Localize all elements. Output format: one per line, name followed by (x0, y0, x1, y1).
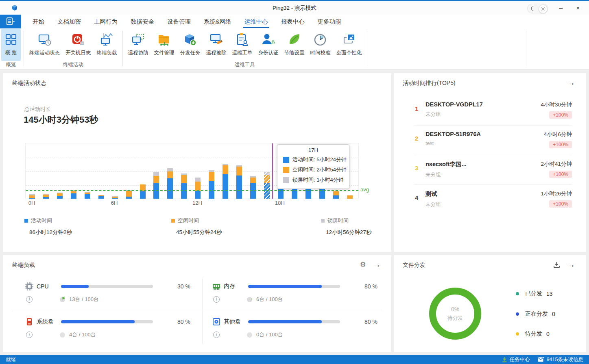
idle-time-swatch (283, 167, 289, 173)
toolbar-item-file-manage[interactable]: 文件管理 (152, 29, 177, 61)
toolbar-separator (526, 31, 526, 66)
ranking-list: 1 DESKTOP-VGDPL17 未分组 4小时30分钟 +100% 2 DE… (394, 96, 586, 214)
hover-indicator-line (272, 143, 273, 199)
total-duration-label: 总活动时长 (24, 106, 51, 113)
device-name: 测试 (425, 190, 541, 198)
minimize-button[interactable]: – (554, 1, 568, 15)
pie-mini-icon (247, 297, 253, 303)
arrow-right-icon[interactable]: → (373, 260, 381, 269)
device-name: DESKTOP-VGDPL17 (425, 101, 541, 108)
toolbar-item-overview[interactable]: 概 览 (1, 29, 21, 61)
toolbar-separator (122, 31, 123, 66)
menu-document-icon (6, 17, 15, 26)
tab-start[interactable]: 开始 (26, 15, 51, 28)
toolbar-item-power-log[interactable]: 开关机日志 (63, 29, 94, 61)
ranking-row[interactable]: 4 测试 未分组 1小时26分钟 +100% (394, 185, 586, 214)
ranking-row[interactable]: 1 DESKTOP-VGDPL17 未分组 4小时30分钟 +100% (394, 96, 586, 126)
tab-web-behavior[interactable]: 上网行为 (87, 15, 124, 28)
remote-wipe-icon (209, 31, 224, 49)
toolbar-item-remote-wipe[interactable]: 远程擦除 (204, 29, 229, 61)
system-disk-icon (24, 317, 34, 326)
status-bar: 就绪 任务中心 9415条未读信息 (0, 355, 589, 364)
ranking-row[interactable]: 2 DESKTOP-51R976A test 4小时6分钟 +100% (394, 126, 586, 155)
toolbar-group-overview: 概 览 概览 (0, 28, 22, 69)
sun-icon[interactable] (539, 4, 548, 13)
toolbar-empty-space (369, 28, 524, 69)
metric-count: 0台 / 100台 (256, 331, 283, 338)
toolbar-item-distribute-task[interactable]: 分发任务 (178, 29, 203, 61)
tab-doc-encryption[interactable]: 文档加密 (51, 15, 87, 28)
distribute-task-icon (183, 31, 198, 49)
activity-time: 4小时6分钟 (544, 131, 572, 138)
legend-item-distributed: 已分发 13 (516, 290, 553, 297)
download-arrow-icon (502, 357, 507, 362)
tab-device-management[interactable]: 设备管理 (161, 15, 197, 28)
locked-time-swatch (321, 219, 325, 223)
theme-toggle[interactable] (527, 4, 548, 13)
titlebar[interactable]: Ping32 - 演示模式 – × (0, 1, 589, 15)
metric-cpu: CPU 30 % i 13台 / 100台 (24, 282, 187, 303)
legend-item-idle: 空闲时间 45小时55分钟24秒 (171, 217, 222, 236)
close-button[interactable]: × (571, 1, 585, 15)
legend-item-active: 活动时间 86小时12分钟2秒 (24, 217, 72, 236)
toolbar-item-terminal-load[interactable]: 终端负载 (94, 29, 120, 61)
terminal-load-panel: 终端负载 ⚙ → CPU 30 % i 13台 / 100台 内存 8 (3, 255, 391, 352)
metric-label: CPU (37, 283, 61, 290)
toolbar-item-remote-assist[interactable]: 远程协助 (126, 29, 151, 61)
gear-icon[interactable]: ⚙ (360, 260, 366, 269)
x-tick: 12H (192, 200, 202, 206)
toolbar-item-identity-auth[interactable]: 身份认证 (256, 29, 281, 61)
distribute-download-icon[interactable] (553, 261, 561, 270)
memory-icon (212, 282, 221, 291)
distributing-dot (516, 312, 519, 316)
energy-saving-icon (287, 31, 302, 49)
total-duration-value: 145小时3分钟53秒 (24, 114, 98, 126)
status-text: 就绪 (6, 356, 16, 363)
info-icon[interactable]: i (26, 332, 33, 338)
unread-messages-button[interactable]: 9415条未读信息 (535, 356, 586, 363)
arrow-right-icon[interactable]: → (567, 78, 575, 87)
toolbar-item-ops-ticket[interactable]: 运维工单 (230, 29, 255, 61)
tab-data-security[interactable]: 数据安全 (124, 15, 161, 28)
ribbon-toolbar: 概 览 概览 终端活动状态 开关机日志 终端负 (0, 28, 589, 70)
divider (12, 311, 382, 311)
task-center-button[interactable]: 任务中心 (500, 356, 532, 363)
toolbar-item-desktop-personalize[interactable]: 桌面个性化 (334, 29, 364, 61)
ops-ticket-icon (235, 31, 250, 49)
tab-more-features[interactable]: 更多功能 (311, 15, 348, 28)
device-name: nsecsoft李国... (425, 160, 541, 168)
file-manage-icon (157, 31, 172, 49)
device-group: 未分组 (425, 171, 541, 178)
remote-assist-icon (131, 31, 146, 49)
change-badge: +100% (549, 141, 572, 148)
info-icon[interactable]: i (213, 332, 220, 338)
tab-system-network[interactable]: 系统&网络 (197, 15, 238, 28)
distribution-donut-chart[interactable]: 0% 待分发 (429, 288, 481, 340)
activity-chart-plot[interactable]: 17H 活动时间: 5小时24分钟 空闲时间: 2小时54分钟 锁屏时间: 1小… (25, 143, 359, 199)
change-badge: +100% (549, 171, 572, 178)
toolbar-item-time-calibration[interactable]: 时间校准 (308, 29, 333, 61)
cpu-icon (24, 282, 34, 291)
info-icon[interactable]: i (213, 296, 220, 303)
cpu-progress-bar (61, 285, 153, 288)
toolbar-item-terminal-activity-status[interactable]: 终端活动状态 (27, 29, 62, 61)
overview-grid-icon (4, 31, 18, 49)
toolbar-item-energy-saving[interactable]: 节能设置 (282, 29, 307, 61)
info-icon[interactable]: i (26, 296, 33, 303)
main-menu-button[interactable] (0, 15, 21, 28)
file-distribution-panel: 文件分发 → 0% 待分发 已分发 13 正在分发 0 待分发 0 (394, 255, 586, 352)
power-log-icon (71, 31, 85, 49)
tab-ops-center[interactable]: 运维中心 (238, 15, 275, 28)
donut-center-percent: 0% (451, 306, 459, 312)
tab-report-center[interactable]: 报表中心 (275, 15, 311, 28)
legend-value: 86小时12分钟2秒 (24, 229, 72, 236)
arrow-right-icon[interactable]: → (567, 260, 575, 269)
terminal-load-icon (100, 31, 114, 49)
metric-count: 6台 / 100台 (256, 296, 283, 303)
tooltip-row: 活动时间: 5小时24分钟 (283, 156, 349, 163)
device-group: test (425, 141, 544, 146)
moon-icon[interactable] (530, 6, 535, 11)
ranking-row[interactable]: 3 nsecsoft李国... 未分组 2小时41分钟 +100% (394, 155, 586, 185)
metric-label: 内存 (224, 283, 248, 290)
legend-value: 12小时56分钟27秒 (321, 229, 372, 236)
